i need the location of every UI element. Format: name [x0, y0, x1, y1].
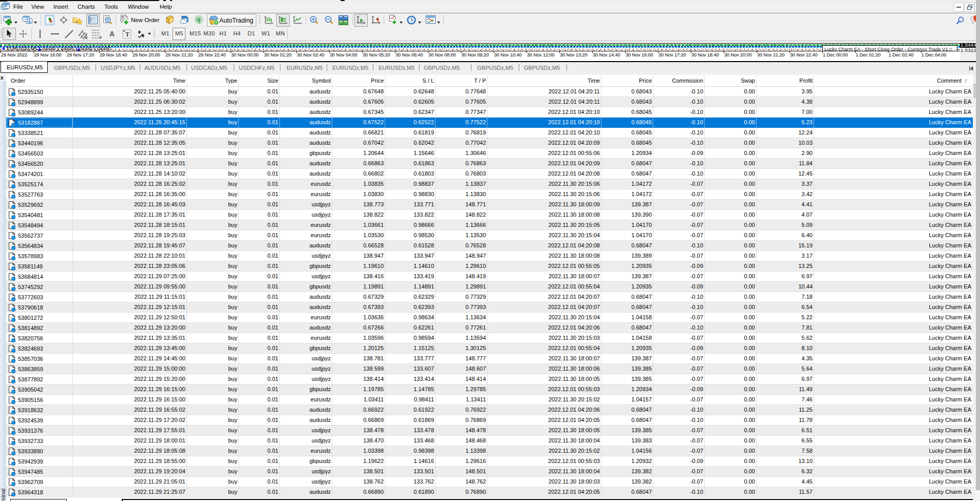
svg-text:F: F: [100, 36, 102, 40]
svg-text:E: E: [85, 36, 88, 40]
svg-text:T: T: [125, 31, 129, 38]
